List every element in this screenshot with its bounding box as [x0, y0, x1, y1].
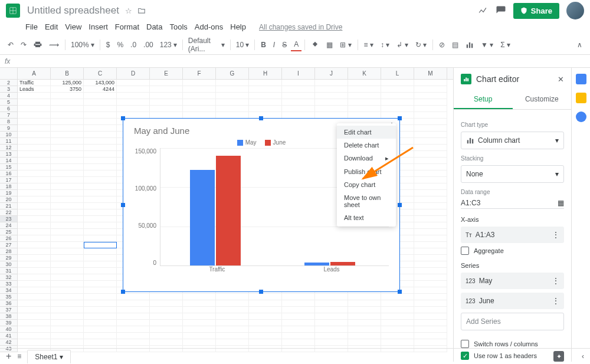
- menu-view[interactable]: View: [62, 21, 84, 32]
- row-header[interactable]: 41: [0, 333, 18, 339]
- font-dropdown[interactable]: Default (Ari... ▾: [186, 35, 227, 54]
- stacking-select[interactable]: None ▾: [461, 165, 564, 183]
- insert-comment-icon[interactable]: ▤: [449, 39, 461, 51]
- row-header[interactable]: 8: [0, 119, 18, 125]
- ctx-delete-chart[interactable]: Delete chart: [337, 139, 396, 152]
- row-header[interactable]: 2: [0, 80, 18, 86]
- row-header[interactable]: 29: [0, 255, 18, 261]
- row-header[interactable]: 16: [0, 170, 18, 177]
- horizontal-align-icon[interactable]: ≡ ▾: [361, 39, 376, 51]
- row-header[interactable]: 22: [0, 209, 18, 216]
- row-header[interactable]: 42: [0, 339, 18, 346]
- paint-format-icon[interactable]: ⟿: [46, 39, 62, 51]
- number-format-dropdown[interactable]: 123 ▾: [158, 40, 179, 50]
- row-header[interactable]: 35: [0, 294, 18, 300]
- row-header[interactable]: 38: [0, 313, 18, 320]
- close-sidebar-icon[interactable]: ✕: [558, 75, 564, 84]
- star-icon[interactable]: ☆: [125, 6, 132, 15]
- row-header[interactable]: 33: [0, 281, 18, 287]
- text-color-icon[interactable]: A: [291, 38, 301, 51]
- chevron-left-icon[interactable]: ‹: [582, 352, 584, 360]
- more-icon[interactable]: ⋮: [552, 297, 559, 305]
- vertical-align-icon[interactable]: ↕ ▾: [378, 39, 392, 51]
- row-header[interactable]: 14: [0, 158, 18, 164]
- menu-edit[interactable]: Edit: [42, 21, 61, 32]
- share-button[interactable]: Share: [513, 3, 559, 19]
- xaxis-chip[interactable]: TтA1:A3 ⋮: [461, 227, 564, 243]
- data-range-field[interactable]: A1:C3 ▦: [461, 199, 564, 209]
- all-sheets-icon[interactable]: ≡: [17, 352, 21, 360]
- row-header[interactable]: 20: [0, 196, 18, 203]
- row-header[interactable]: 39: [0, 320, 18, 326]
- col-header[interactable]: B: [51, 68, 84, 79]
- embedded-chart[interactable]: ⋮ May and June May June 150,000 100,000 …: [123, 118, 400, 292]
- series-chip-june[interactable]: 123June ⋮: [461, 293, 564, 309]
- row-header[interactable]: 4: [0, 93, 18, 99]
- bold-icon[interactable]: B: [258, 39, 269, 51]
- redo-icon[interactable]: ↷: [18, 39, 30, 51]
- undo-icon[interactable]: ↶: [5, 39, 17, 51]
- menu-insert[interactable]: Insert: [86, 21, 111, 32]
- col-header[interactable]: M: [414, 68, 447, 79]
- col-header[interactable]: I: [282, 68, 315, 79]
- insert-chart-icon[interactable]: [463, 39, 477, 51]
- col-header[interactable]: C: [84, 68, 117, 79]
- user-avatar[interactable]: [566, 2, 584, 19]
- collapse-toolbar-icon[interactable]: ∧: [574, 39, 585, 51]
- sheet-tab[interactable]: Sheet1▾: [27, 350, 71, 363]
- row-header[interactable]: 12: [0, 145, 18, 151]
- row-header[interactable]: 34: [0, 287, 18, 294]
- row-header[interactable]: 37: [0, 307, 18, 313]
- row-header[interactable]: 6: [0, 106, 18, 112]
- comments-icon[interactable]: [496, 5, 506, 16]
- row-header[interactable]: 7: [0, 112, 18, 119]
- switch-rows-cols-checkbox[interactable]: Switch rows / columns: [461, 340, 564, 348]
- add-sheet-icon[interactable]: +: [6, 351, 11, 362]
- row-header[interactable]: 11: [0, 138, 18, 145]
- grid-icon[interactable]: ▦: [558, 199, 564, 207]
- aggregate-checkbox[interactable]: Aggregate: [461, 247, 564, 255]
- save-status[interactable]: All changes saved in Drive: [256, 22, 345, 32]
- menu-tools[interactable]: Tools: [166, 21, 190, 32]
- borders-icon[interactable]: ▦: [323, 39, 336, 51]
- zoom-dropdown[interactable]: 100% ▾: [68, 40, 97, 50]
- row-header[interactable]: 26: [0, 235, 18, 242]
- col-header[interactable]: A: [18, 68, 51, 79]
- text-wrap-icon[interactable]: ↲ ▾: [394, 39, 411, 51]
- row-header[interactable]: 25: [0, 229, 18, 235]
- spreadsheet-grid[interactable]: A B C D E F G H I J K L M 23456789101112…: [0, 68, 453, 362]
- row-header[interactable]: 21: [0, 203, 18, 209]
- fill-color-icon[interactable]: [308, 39, 322, 51]
- row-header[interactable]: 30: [0, 261, 18, 268]
- filter-icon[interactable]: ▼ ▾: [478, 39, 496, 51]
- select-all-corner[interactable]: [0, 68, 18, 79]
- menu-data[interactable]: Data: [143, 21, 165, 32]
- row-header[interactable]: 32: [0, 274, 18, 281]
- col-header[interactable]: K: [348, 68, 381, 79]
- col-header[interactable]: H: [249, 68, 282, 79]
- row-header[interactable]: 5: [0, 99, 18, 106]
- ctx-move-sheet[interactable]: Move to own sheet: [337, 191, 396, 211]
- row-header[interactable]: 10: [0, 132, 18, 138]
- ctx-publish-chart[interactable]: Publish chart: [337, 165, 396, 178]
- row-header[interactable]: 31: [0, 268, 18, 274]
- row-header[interactable]: 9: [0, 125, 18, 132]
- move-folder-icon[interactable]: [137, 6, 146, 15]
- col-header[interactable]: D: [117, 68, 150, 79]
- more-icon[interactable]: ⋮: [552, 231, 559, 239]
- menu-format[interactable]: Format: [112, 21, 142, 32]
- row-header[interactable]: 15: [0, 164, 18, 170]
- italic-icon[interactable]: I: [270, 39, 278, 51]
- row-header[interactable]: 23: [0, 216, 18, 222]
- row-header[interactable]: 19: [0, 190, 18, 196]
- insert-link-icon[interactable]: ⊘: [436, 39, 448, 51]
- menu-addons[interactable]: Add-ons: [192, 21, 226, 32]
- ctx-alt-text[interactable]: Alt text: [337, 211, 396, 224]
- series-chip-may[interactable]: 123May ⋮: [461, 273, 564, 289]
- tasks-icon[interactable]: [576, 112, 586, 122]
- col-header[interactable]: F: [183, 68, 216, 79]
- col-header[interactable]: E: [150, 68, 183, 79]
- menu-file[interactable]: File: [22, 21, 41, 32]
- cells-area[interactable]: ⋮ May and June May June 150,000 100,000 …: [18, 80, 453, 352]
- tab-customize[interactable]: Customize: [513, 90, 572, 109]
